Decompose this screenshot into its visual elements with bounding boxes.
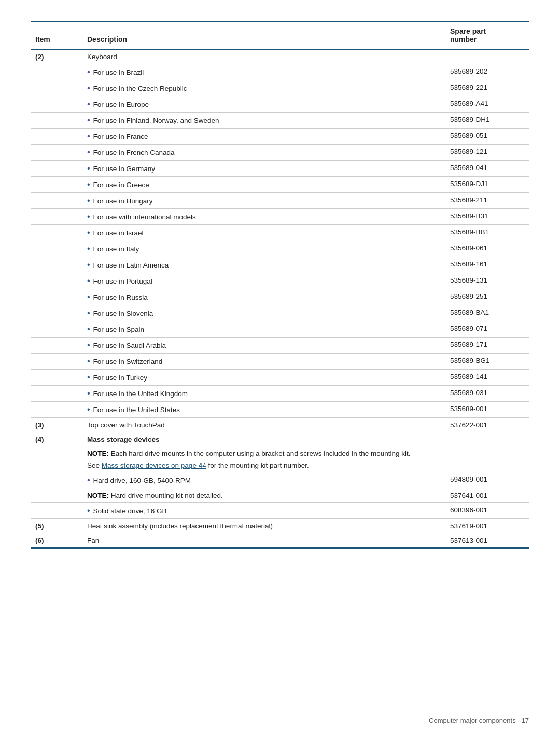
item-number: (5)	[31, 519, 83, 533]
bullet-icon: •	[87, 244, 90, 254]
part-number: 594809-001	[446, 472, 529, 488]
note-label: NOTE:	[87, 491, 109, 499]
table-row: • For use in the Czech Republic 535689-2…	[31, 80, 529, 96]
part-number: 535689-161	[446, 257, 529, 273]
bullet-icon: •	[87, 276, 90, 286]
row-description: • For use in Greece	[83, 177, 446, 193]
part-number: 535689-251	[446, 289, 529, 305]
bullet-icon: •	[87, 475, 90, 485]
item-number	[31, 129, 83, 145]
bullet-text: For use in Turkey	[93, 374, 147, 382]
table-row: • For use in Switzerland 535689-BG1	[31, 354, 529, 370]
bullet-icon: •	[87, 164, 90, 173]
bullet-text: For use in Spain	[93, 326, 144, 333]
bullet-text: For use in the United States	[93, 406, 180, 414]
row-description: • For use in Turkey	[83, 370, 446, 386]
item-number	[31, 354, 83, 370]
bullet-icon: •	[87, 83, 90, 93]
footer-page: 17	[522, 716, 529, 724]
item-number	[31, 241, 83, 257]
item-number	[31, 402, 83, 418]
part-number: 537641-001	[446, 488, 529, 503]
row-description: • For use in Russia	[83, 289, 446, 305]
table-row: • For use with international models 5356…	[31, 209, 529, 225]
part-number: 535689-DJ1	[446, 177, 529, 193]
note-row: NOTE: Each hard drive mounts in the comp…	[83, 446, 529, 458]
bullet-text: Solid state drive, 16 GB	[93, 507, 167, 515]
row-description: Mass storage devices	[83, 432, 446, 447]
part-number: 535689-141	[446, 370, 529, 386]
row-description: • For use in Switzerland	[83, 354, 446, 370]
note-link-row: See Mass storage devices on page 44 for …	[83, 458, 529, 472]
table-row: (4) Mass storage devices	[31, 432, 529, 447]
table-row: See Mass storage devices on page 44 for …	[31, 458, 529, 472]
bullet-text: For use in Saudi Arabia	[93, 342, 166, 349]
item-number	[31, 209, 83, 225]
table-row: NOTE: Hard drive mounting kit not detail…	[31, 488, 529, 503]
bullet-text: For use in Finland, Norway, and Sweden	[93, 117, 219, 124]
item-number	[31, 113, 83, 129]
bullet-icon: •	[87, 228, 90, 237]
row-description: • For use in Italy	[83, 241, 446, 257]
table-row: • Solid state drive, 16 GB 608396-001	[31, 503, 529, 519]
item-number	[31, 177, 83, 193]
bullet-icon: •	[87, 506, 90, 515]
table-row: • For use in Israel 535689-BB1	[31, 225, 529, 241]
part-number: 535689-BA1	[446, 305, 529, 321]
bullet-text: For use in Europe	[93, 101, 149, 108]
bullet-text: For use in Israel	[93, 229, 144, 237]
part-number	[446, 432, 529, 447]
part-number: 535689-071	[446, 321, 529, 338]
table-row: (6) Fan 537613-001	[31, 533, 529, 549]
row-description: • Hard drive, 160-GB, 5400-RPM	[83, 472, 446, 488]
header-item: Item	[31, 21, 83, 49]
bullet-text: For use in Italy	[93, 245, 139, 253]
item-number	[31, 145, 83, 161]
row-description: • For use in Hungary	[83, 193, 446, 209]
table-row: • For use in the United Kingdom 535689-0…	[31, 386, 529, 402]
row-description: • For use in the United Kingdom	[83, 386, 446, 402]
row-description: Fan	[83, 533, 446, 549]
part-number: 535689-BG1	[446, 354, 529, 370]
row-description: • For use in France	[83, 129, 446, 145]
item-number: (4)	[31, 432, 83, 447]
row-description: • For use in Brazil	[83, 64, 446, 80]
table-row: • For use in Hungary 535689-211	[31, 193, 529, 209]
row-description: • For use in the Czech Republic	[83, 80, 446, 96]
table-row: • For use in Turkey 535689-141	[31, 370, 529, 386]
table-row: (2) Keyboard	[31, 49, 529, 64]
part-number: 535689-211	[446, 193, 529, 209]
bullet-text: Hard drive, 160-GB, 5400-RPM	[93, 476, 191, 484]
row-description: • For use in Israel	[83, 225, 446, 241]
bullet-text: For use in the Czech Republic	[93, 85, 187, 92]
item-number	[31, 338, 83, 354]
bullet-icon: •	[87, 196, 90, 205]
note-link[interactable]: Mass storage devices on page 44	[102, 461, 206, 469]
table-row: • For use in Italy 535689-061	[31, 241, 529, 257]
item-number	[31, 161, 83, 177]
part-number: 535689-A41	[446, 96, 529, 113]
part-number: 535689-171	[446, 338, 529, 354]
part-number: 535689-051	[446, 129, 529, 145]
bullet-icon: •	[87, 260, 90, 270]
part-number: 535689-041	[446, 161, 529, 177]
bullet-text: For use with international models	[93, 213, 196, 221]
bullet-icon: •	[87, 308, 90, 318]
bullet-text: For use in Germany	[93, 165, 155, 173]
item-number	[31, 458, 83, 472]
bullet-text: For use in French Canada	[93, 149, 175, 157]
table-row: • For use in Russia 535689-251	[31, 289, 529, 305]
table-row: • For use in Greece 535689-DJ1	[31, 177, 529, 193]
item-number: (3)	[31, 418, 83, 432]
bullet-icon: •	[87, 389, 90, 398]
table-header: Item Description Spare partnumber	[31, 21, 529, 49]
part-number: 535689-121	[446, 145, 529, 161]
row-description: • For use in Europe	[83, 96, 446, 113]
part-number: 537619-001	[446, 519, 529, 533]
part-number: 535689-001	[446, 402, 529, 418]
part-number: 608396-001	[446, 503, 529, 519]
table-row: • For use in Latin America 535689-161	[31, 257, 529, 273]
row-description: Keyboard	[83, 49, 446, 64]
bullet-icon: •	[87, 116, 90, 125]
item-number	[31, 273, 83, 289]
